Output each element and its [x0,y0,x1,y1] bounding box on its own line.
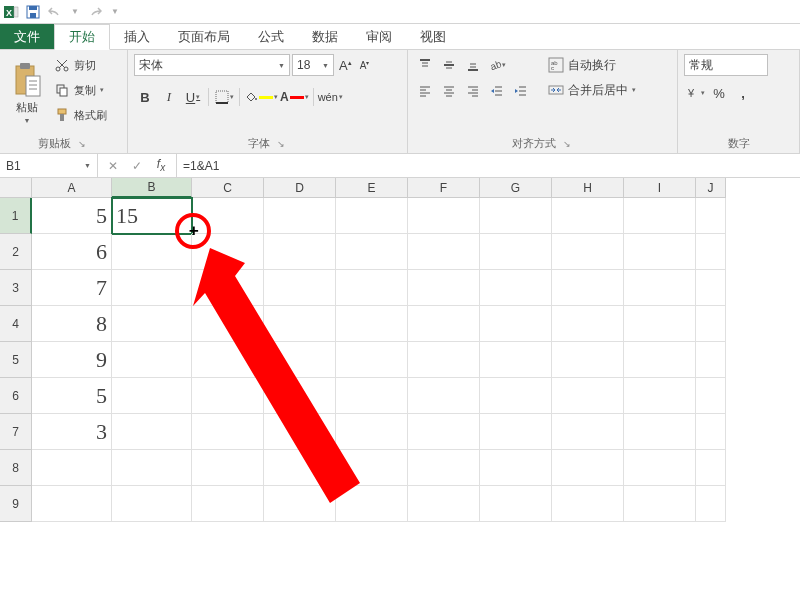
column-header[interactable]: E [336,178,408,198]
cell[interactable] [112,342,192,378]
bold-button[interactable]: B [134,86,156,108]
cell[interactable] [408,198,480,234]
qat-undo-button[interactable] [44,1,66,23]
cell[interactable] [192,486,264,522]
cell[interactable] [624,306,696,342]
font-size-select[interactable]: 18▼ [292,54,334,76]
cell[interactable] [552,342,624,378]
percent-format-button[interactable]: % [708,82,730,104]
qat-redo-button[interactable] [84,1,106,23]
cell[interactable] [480,342,552,378]
paste-button[interactable]: 粘贴 ▼ [6,54,48,132]
cell[interactable] [192,450,264,486]
cell[interactable] [264,414,336,450]
tab-review[interactable]: 审阅 [352,24,406,49]
cell[interactable] [696,378,726,414]
cell[interactable] [264,306,336,342]
cell[interactable]: 3 [32,414,112,450]
font-launcher[interactable]: ↘ [274,139,288,149]
wrap-text-button[interactable]: abc 自动换行 [544,54,640,76]
cell[interactable] [696,234,726,270]
align-top-button[interactable] [414,54,436,76]
tab-file[interactable]: 文件 [0,24,54,49]
formula-enter-button[interactable]: ✓ [126,155,148,177]
cell[interactable] [696,450,726,486]
cell[interactable] [112,306,192,342]
cell[interactable] [336,342,408,378]
decrease-indent-button[interactable] [486,80,508,102]
cell[interactable] [336,450,408,486]
cell[interactable] [336,270,408,306]
cell[interactable] [336,198,408,234]
cell[interactable] [480,414,552,450]
cell[interactable] [624,270,696,306]
cell[interactable]: 9 [32,342,112,378]
formula-input[interactable]: =1&A1 [177,154,800,177]
row-header[interactable]: 7 [0,414,32,450]
cell[interactable] [264,234,336,270]
cell[interactable] [336,414,408,450]
align-center-button[interactable] [438,80,460,102]
cell[interactable] [480,378,552,414]
select-all-button[interactable] [0,178,32,198]
cell[interactable] [112,234,192,270]
cell[interactable] [408,342,480,378]
column-header[interactable]: G [480,178,552,198]
align-left-button[interactable] [414,80,436,102]
name-box[interactable]: B1▼ [0,154,98,177]
tab-view[interactable]: 视图 [406,24,460,49]
cell[interactable]: 5 [32,198,112,234]
cell[interactable] [264,270,336,306]
row-header[interactable]: 5 [0,342,32,378]
cell[interactable] [336,234,408,270]
cell[interactable] [696,486,726,522]
qat-customize-dropdown[interactable]: ▼ [106,7,124,16]
format-painter-button[interactable]: 格式刷 [52,104,109,126]
cell[interactable] [552,234,624,270]
cut-button[interactable]: 剪切 [52,54,109,76]
cell[interactable] [192,198,264,234]
increase-indent-button[interactable] [510,80,532,102]
align-middle-button[interactable] [438,54,460,76]
shrink-font-button[interactable]: A▾ [357,59,373,71]
tab-data[interactable]: 数据 [298,24,352,49]
cell[interactable] [264,378,336,414]
cell[interactable] [696,306,726,342]
cell[interactable] [552,270,624,306]
cell[interactable]: 8 [32,306,112,342]
border-button[interactable]: ▾ [213,86,235,108]
cell[interactable]: 7 [32,270,112,306]
cell[interactable] [32,486,112,522]
cell[interactable] [696,414,726,450]
cell[interactable] [624,378,696,414]
tab-insert[interactable]: 插入 [110,24,164,49]
column-header[interactable]: B [112,178,192,198]
cell[interactable] [336,306,408,342]
cell[interactable] [112,414,192,450]
cell[interactable] [336,378,408,414]
cell[interactable] [552,198,624,234]
number-format-select[interactable]: 常规 [684,54,768,76]
clipboard-launcher[interactable]: ↘ [75,139,89,149]
phonetic-button[interactable]: wén▾ [318,86,343,108]
cell[interactable] [480,450,552,486]
cell[interactable] [408,234,480,270]
cell[interactable] [192,270,264,306]
underline-button[interactable]: U▾ [182,86,204,108]
comma-format-button[interactable]: , [732,82,754,104]
cell[interactable]: 15 [112,198,192,234]
cell[interactable] [264,450,336,486]
column-header[interactable]: J [696,178,726,198]
fill-color-button[interactable]: ▾ [244,86,278,108]
orientation-button[interactable]: ab▾ [486,54,508,76]
cell[interactable] [408,450,480,486]
cell[interactable] [480,234,552,270]
cell[interactable] [336,486,408,522]
cell[interactable] [552,486,624,522]
cell[interactable] [624,486,696,522]
cell[interactable] [112,450,192,486]
cell[interactable] [192,234,264,270]
italic-button[interactable]: I [158,86,180,108]
cell[interactable]: 5 [32,378,112,414]
cell[interactable] [264,198,336,234]
